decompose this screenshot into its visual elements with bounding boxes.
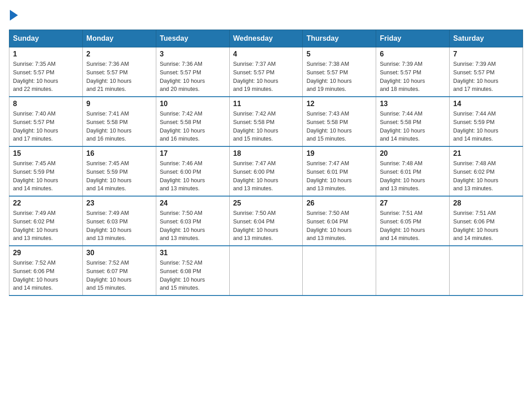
page-header xyxy=(9,9,523,21)
logo-arrow-icon xyxy=(10,10,18,21)
calendar-day-cell: 14 Sunrise: 7:44 AMSunset: 5:59 PMDaylig… xyxy=(450,97,523,146)
day-number: 13 xyxy=(380,100,446,108)
calendar-week-row: 8 Sunrise: 7:40 AMSunset: 5:57 PMDayligh… xyxy=(9,97,523,146)
calendar-day-cell: 19 Sunrise: 7:47 AMSunset: 6:01 PMDaylig… xyxy=(303,146,376,196)
day-info: Sunrise: 7:42 AMSunset: 5:58 PMDaylight:… xyxy=(233,111,279,142)
weekday-header: Thursday xyxy=(303,30,376,47)
day-number: 11 xyxy=(233,100,299,108)
weekday-header: Monday xyxy=(82,30,156,47)
day-number: 4 xyxy=(233,50,299,58)
day-number: 20 xyxy=(380,150,446,158)
day-info: Sunrise: 7:49 AMSunset: 6:02 PMDaylight:… xyxy=(13,210,58,241)
day-number: 10 xyxy=(160,100,226,108)
calendar-day-cell: 9 Sunrise: 7:41 AMSunset: 5:58 PMDayligh… xyxy=(82,97,156,146)
weekday-header: Sunday xyxy=(9,30,83,47)
day-info: Sunrise: 7:47 AMSunset: 6:00 PMDaylight:… xyxy=(233,160,279,192)
day-number: 28 xyxy=(453,199,519,207)
calendar-day-cell: 26 Sunrise: 7:50 AMSunset: 6:04 PMDaylig… xyxy=(303,196,376,246)
calendar-body: 1 Sunrise: 7:35 AMSunset: 5:57 PMDayligh… xyxy=(9,47,523,296)
day-number: 30 xyxy=(86,249,152,257)
weekday-header: Friday xyxy=(376,30,450,47)
day-number: 7 xyxy=(453,50,519,58)
day-number: 19 xyxy=(306,150,372,158)
logo xyxy=(9,9,18,21)
day-info: Sunrise: 7:51 AMSunset: 6:05 PMDaylight:… xyxy=(380,210,425,241)
day-number: 5 xyxy=(306,50,372,58)
calendar-table: SundayMondayTuesdayWednesdayThursdayFrid… xyxy=(9,30,523,296)
day-info: Sunrise: 7:44 AMSunset: 5:58 PMDaylight:… xyxy=(380,111,425,142)
day-info: Sunrise: 7:45 AMSunset: 5:59 PMDaylight:… xyxy=(13,160,58,192)
day-number: 26 xyxy=(306,199,372,207)
calendar-day-cell xyxy=(376,246,450,295)
calendar-day-cell: 15 Sunrise: 7:45 AMSunset: 5:59 PMDaylig… xyxy=(9,146,83,196)
day-number: 14 xyxy=(453,100,519,108)
day-info: Sunrise: 7:36 AMSunset: 5:57 PMDaylight:… xyxy=(160,61,205,92)
day-number: 23 xyxy=(86,199,152,207)
calendar-day-cell: 28 Sunrise: 7:51 AMSunset: 6:06 PMDaylig… xyxy=(450,196,523,246)
day-number: 12 xyxy=(306,100,372,108)
day-info: Sunrise: 7:52 AMSunset: 6:08 PMDaylight:… xyxy=(160,260,205,291)
calendar-week-row: 15 Sunrise: 7:45 AMSunset: 5:59 PMDaylig… xyxy=(9,146,523,196)
calendar-day-cell: 16 Sunrise: 7:45 AMSunset: 5:59 PMDaylig… xyxy=(82,146,156,196)
day-info: Sunrise: 7:40 AMSunset: 5:57 PMDaylight:… xyxy=(13,111,58,142)
calendar-day-cell: 25 Sunrise: 7:50 AMSunset: 6:04 PMDaylig… xyxy=(229,196,303,246)
calendar-day-cell: 17 Sunrise: 7:46 AMSunset: 6:00 PMDaylig… xyxy=(156,146,229,196)
day-number: 27 xyxy=(380,199,446,207)
calendar-day-cell: 13 Sunrise: 7:44 AMSunset: 5:58 PMDaylig… xyxy=(376,97,450,146)
calendar-day-cell: 18 Sunrise: 7:47 AMSunset: 6:00 PMDaylig… xyxy=(229,146,303,196)
calendar-day-cell: 5 Sunrise: 7:38 AMSunset: 5:57 PMDayligh… xyxy=(303,47,376,97)
day-info: Sunrise: 7:35 AMSunset: 5:57 PMDaylight:… xyxy=(13,61,58,92)
calendar-day-cell: 6 Sunrise: 7:39 AMSunset: 5:57 PMDayligh… xyxy=(376,47,450,97)
day-info: Sunrise: 7:38 AMSunset: 5:57 PMDaylight:… xyxy=(306,61,352,92)
calendar-day-cell: 2 Sunrise: 7:36 AMSunset: 5:57 PMDayligh… xyxy=(82,47,156,97)
day-info: Sunrise: 7:47 AMSunset: 6:01 PMDaylight:… xyxy=(306,160,352,192)
day-info: Sunrise: 7:48 AMSunset: 6:02 PMDaylight:… xyxy=(453,160,498,192)
calendar-day-cell: 27 Sunrise: 7:51 AMSunset: 6:05 PMDaylig… xyxy=(376,196,450,246)
day-number: 16 xyxy=(86,150,152,158)
day-info: Sunrise: 7:52 AMSunset: 6:06 PMDaylight:… xyxy=(13,260,58,291)
day-info: Sunrise: 7:39 AMSunset: 5:57 PMDaylight:… xyxy=(453,61,498,92)
calendar-day-cell: 30 Sunrise: 7:52 AMSunset: 6:07 PMDaylig… xyxy=(82,246,156,295)
day-info: Sunrise: 7:43 AMSunset: 5:58 PMDaylight:… xyxy=(306,111,352,142)
calendar-week-row: 1 Sunrise: 7:35 AMSunset: 5:57 PMDayligh… xyxy=(9,47,523,97)
weekday-header: Saturday xyxy=(450,30,523,47)
day-info: Sunrise: 7:50 AMSunset: 6:04 PMDaylight:… xyxy=(306,210,352,241)
day-info: Sunrise: 7:36 AMSunset: 5:57 PMDaylight:… xyxy=(86,61,132,92)
calendar-day-cell: 10 Sunrise: 7:42 AMSunset: 5:58 PMDaylig… xyxy=(156,97,229,146)
calendar-day-cell: 7 Sunrise: 7:39 AMSunset: 5:57 PMDayligh… xyxy=(450,47,523,97)
calendar-day-cell: 3 Sunrise: 7:36 AMSunset: 5:57 PMDayligh… xyxy=(156,47,229,97)
day-info: Sunrise: 7:37 AMSunset: 5:57 PMDaylight:… xyxy=(233,61,279,92)
day-info: Sunrise: 7:44 AMSunset: 5:59 PMDaylight:… xyxy=(453,111,498,142)
weekday-header: Tuesday xyxy=(156,30,229,47)
calendar-day-cell: 8 Sunrise: 7:40 AMSunset: 5:57 PMDayligh… xyxy=(9,97,83,146)
day-number: 24 xyxy=(160,199,226,207)
calendar-week-row: 29 Sunrise: 7:52 AMSunset: 6:06 PMDaylig… xyxy=(9,246,523,295)
day-info: Sunrise: 7:51 AMSunset: 6:06 PMDaylight:… xyxy=(453,210,498,241)
calendar-day-cell xyxy=(229,246,303,295)
day-info: Sunrise: 7:39 AMSunset: 5:57 PMDaylight:… xyxy=(380,61,425,92)
calendar-header: SundayMondayTuesdayWednesdayThursdayFrid… xyxy=(9,30,523,47)
day-number: 1 xyxy=(13,50,79,58)
day-number: 17 xyxy=(160,150,226,158)
calendar-day-cell: 23 Sunrise: 7:49 AMSunset: 6:03 PMDaylig… xyxy=(82,196,156,246)
calendar-week-row: 22 Sunrise: 7:49 AMSunset: 6:02 PMDaylig… xyxy=(9,196,523,246)
calendar-day-cell: 4 Sunrise: 7:37 AMSunset: 5:57 PMDayligh… xyxy=(229,47,303,97)
day-info: Sunrise: 7:41 AMSunset: 5:58 PMDaylight:… xyxy=(86,111,132,142)
day-info: Sunrise: 7:50 AMSunset: 6:03 PMDaylight:… xyxy=(160,210,205,241)
calendar-day-cell: 1 Sunrise: 7:35 AMSunset: 5:57 PMDayligh… xyxy=(9,47,83,97)
day-number: 15 xyxy=(13,150,79,158)
day-number: 3 xyxy=(160,50,226,58)
day-number: 18 xyxy=(233,150,299,158)
day-number: 29 xyxy=(13,249,79,257)
calendar-day-cell: 24 Sunrise: 7:50 AMSunset: 6:03 PMDaylig… xyxy=(156,196,229,246)
calendar-day-cell: 12 Sunrise: 7:43 AMSunset: 5:58 PMDaylig… xyxy=(303,97,376,146)
calendar-day-cell: 21 Sunrise: 7:48 AMSunset: 6:02 PMDaylig… xyxy=(450,146,523,196)
day-number: 2 xyxy=(86,50,152,58)
calendar-day-cell: 20 Sunrise: 7:48 AMSunset: 6:01 PMDaylig… xyxy=(376,146,450,196)
calendar-day-cell: 31 Sunrise: 7:52 AMSunset: 6:08 PMDaylig… xyxy=(156,246,229,295)
day-number: 6 xyxy=(380,50,446,58)
day-number: 9 xyxy=(86,100,152,108)
day-number: 8 xyxy=(13,100,79,108)
day-info: Sunrise: 7:52 AMSunset: 6:07 PMDaylight:… xyxy=(86,260,132,291)
day-number: 21 xyxy=(453,150,519,158)
